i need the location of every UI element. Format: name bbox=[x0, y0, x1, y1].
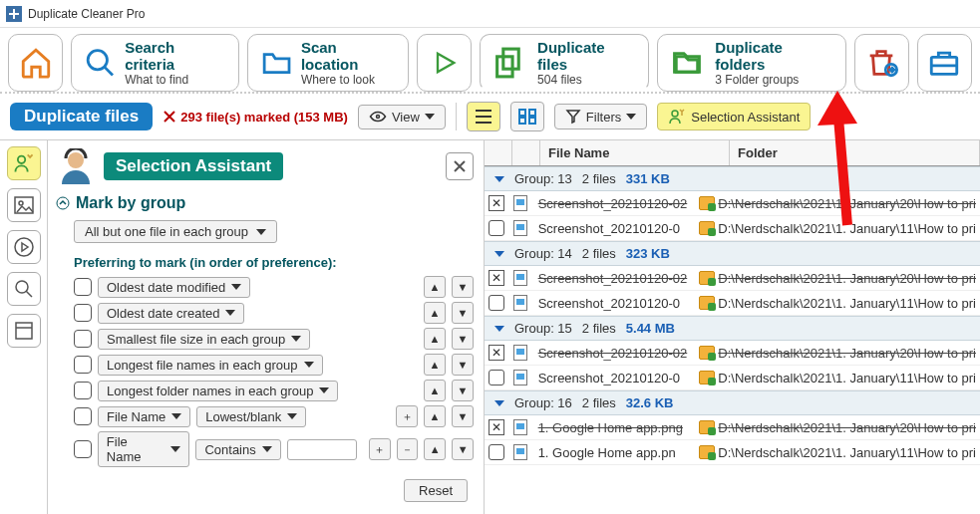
pref-checkbox[interactable] bbox=[74, 304, 92, 322]
move-up-button[interactable]: ▲ bbox=[424, 328, 446, 350]
toolbox-icon bbox=[927, 46, 961, 80]
pref-dropdown[interactable]: Longest folder names in each group bbox=[98, 381, 338, 401]
titlebar: Duplicate Cleaner Pro bbox=[0, 0, 980, 28]
file-row[interactable]: ✕ Screenshot_20210120-02 D:\Nerdschalk\2… bbox=[485, 191, 980, 216]
pref-dropdown[interactable]: Oldest date created bbox=[98, 303, 244, 324]
tab-sublabel: What to find bbox=[125, 73, 226, 87]
move-up-button[interactable]: ▲ bbox=[424, 302, 446, 324]
view-dropdown[interactable]: View bbox=[358, 105, 446, 129]
sidetool-assistant[interactable] bbox=[7, 146, 41, 180]
collapse-icon bbox=[494, 176, 504, 182]
file-row[interactable]: Screenshot_20210120-0 D:\Nerdschalk\2021… bbox=[485, 291, 980, 316]
filters-dropdown[interactable]: Filters bbox=[554, 104, 647, 129]
sidetool-find[interactable] bbox=[7, 272, 41, 306]
group-header[interactable]: Group: 15 2 files 5.44 MB bbox=[485, 316, 980, 341]
operator-dropdown[interactable]: Contains bbox=[195, 439, 280, 460]
col-folder[interactable]: Folder bbox=[730, 140, 980, 165]
tab-duplicate-files[interactable]: Duplicate files504 files bbox=[480, 34, 649, 92]
mark-checkbox[interactable]: ✕ bbox=[489, 345, 504, 361]
move-up-button[interactable]: ▲ bbox=[424, 276, 446, 298]
file-list-pane: File Name Folder Group: 13 2 files 331 K… bbox=[485, 140, 980, 514]
operator-dropdown[interactable]: Lowest/blank bbox=[196, 406, 306, 427]
svg-rect-7 bbox=[519, 110, 525, 116]
move-down-button[interactable]: ▼ bbox=[452, 302, 474, 324]
group-header[interactable]: Group: 14 2 files 323 KB bbox=[485, 241, 980, 266]
pref-dropdown[interactable]: Longest file names in each group bbox=[98, 355, 323, 376]
tab-search-criteria[interactable]: Search criteriaWhat to find bbox=[71, 34, 239, 92]
tab-run-scan[interactable] bbox=[417, 34, 472, 92]
add-rule-button[interactable]: ＋ bbox=[396, 405, 418, 427]
move-down-button[interactable]: ▼ bbox=[452, 380, 474, 401]
home-icon bbox=[19, 46, 53, 80]
folder-icon bbox=[699, 271, 715, 285]
group-label: Group: 15 bbox=[514, 321, 572, 336]
file-row[interactable]: Screenshot_20210120-0 D:\Nerdschalk\2021… bbox=[485, 216, 980, 241]
view-list-button[interactable] bbox=[467, 102, 500, 131]
pref-dropdown[interactable]: Smallest file size in each group bbox=[98, 329, 310, 350]
mark-checkbox[interactable]: ✕ bbox=[489, 270, 504, 286]
pref-checkbox[interactable] bbox=[74, 330, 92, 348]
add-rule-button[interactable]: ＋ bbox=[369, 438, 391, 460]
tab-scan-location[interactable]: Scan locationWhere to look bbox=[247, 34, 409, 92]
field-dropdown[interactable]: File Name bbox=[98, 406, 190, 427]
sidetool-columns[interactable] bbox=[7, 314, 41, 348]
pref-checkbox[interactable] bbox=[74, 407, 92, 425]
close-icon bbox=[453, 159, 467, 173]
chevron-down-icon bbox=[304, 362, 314, 368]
move-up-button[interactable]: ▲ bbox=[424, 380, 446, 401]
tab-home[interactable] bbox=[8, 34, 63, 92]
group-header[interactable]: Group: 13 2 files 331 KB bbox=[485, 166, 980, 191]
tab-label: Search criteria bbox=[125, 39, 226, 73]
move-up-button[interactable]: ▲ bbox=[424, 438, 446, 460]
move-down-button[interactable]: ▼ bbox=[452, 405, 474, 427]
move-up-button[interactable]: ▲ bbox=[424, 354, 446, 376]
file-name: Screenshot_20210120-02 bbox=[538, 346, 688, 361]
close-assistant-button[interactable] bbox=[446, 152, 474, 180]
svg-rect-10 bbox=[529, 118, 535, 124]
pref-checkbox[interactable] bbox=[74, 278, 92, 296]
group-header[interactable]: Group: 16 2 files 32.6 KB bbox=[485, 390, 980, 415]
file-row[interactable]: ✕ 1. Google Home app.png D:\Nerdschalk\2… bbox=[485, 415, 980, 440]
tab-duplicate-folders[interactable]: Duplicate folders3 Folder groups bbox=[657, 34, 846, 92]
folder-icon bbox=[699, 296, 715, 310]
mark-checkbox[interactable]: ✕ bbox=[489, 419, 504, 435]
mark-checkbox[interactable]: ✕ bbox=[489, 195, 504, 211]
chevron-down-icon bbox=[256, 229, 266, 235]
selection-assistant-button[interactable]: Selection Assistant bbox=[657, 103, 811, 130]
move-down-button[interactable]: ▼ bbox=[452, 438, 474, 460]
file-row[interactable]: ✕ Screenshot_20210120-02 D:\Nerdschalk\2… bbox=[485, 266, 980, 291]
pref-dropdown[interactable]: Oldest date modified bbox=[98, 277, 250, 298]
tab-tools[interactable] bbox=[917, 34, 972, 92]
pref-checkbox[interactable] bbox=[74, 382, 92, 399]
file-list-header: File Name Folder bbox=[485, 140, 980, 166]
move-down-button[interactable]: ▼ bbox=[452, 276, 474, 298]
pref-checkbox[interactable] bbox=[74, 356, 92, 374]
mark-checkbox[interactable] bbox=[489, 220, 504, 236]
mark-by-group-heading[interactable]: Mark by group bbox=[56, 194, 474, 212]
remove-rule-button[interactable]: － bbox=[397, 438, 419, 460]
view-grid-button[interactable] bbox=[510, 102, 544, 131]
reset-button[interactable]: Reset bbox=[404, 479, 468, 502]
field-dropdown[interactable]: File Name bbox=[98, 431, 190, 467]
svg-rect-17 bbox=[16, 323, 32, 339]
chevron-down-icon bbox=[171, 413, 181, 419]
mark-checkbox[interactable] bbox=[489, 295, 504, 311]
sidetool-image[interactable] bbox=[7, 188, 41, 222]
group-rule-dropdown[interactable]: All but one file in each group bbox=[74, 220, 277, 243]
group-count: 2 files bbox=[582, 246, 616, 261]
move-up-button[interactable]: ▲ bbox=[424, 405, 446, 427]
mark-checkbox[interactable] bbox=[489, 444, 504, 460]
col-filename[interactable]: File Name bbox=[540, 140, 730, 165]
mark-checkbox[interactable] bbox=[489, 370, 504, 386]
file-type-icon bbox=[513, 270, 527, 286]
tab-delete[interactable] bbox=[854, 34, 909, 92]
file-row[interactable]: 1. Google Home app.pn D:\Nerdschalk\2021… bbox=[485, 440, 980, 465]
pref-checkbox[interactable] bbox=[74, 440, 92, 458]
move-down-button[interactable]: ▼ bbox=[452, 328, 474, 350]
file-row[interactable]: ✕ Screenshot_20210120-02 D:\Nerdschalk\2… bbox=[485, 341, 980, 366]
file-row[interactable]: Screenshot_20210120-0 D:\Nerdschalk\2021… bbox=[485, 366, 980, 390]
sidetool-play[interactable] bbox=[7, 230, 41, 264]
move-down-button[interactable]: ▼ bbox=[452, 354, 474, 376]
value-input[interactable] bbox=[287, 439, 357, 460]
group-count: 2 files bbox=[582, 395, 616, 410]
